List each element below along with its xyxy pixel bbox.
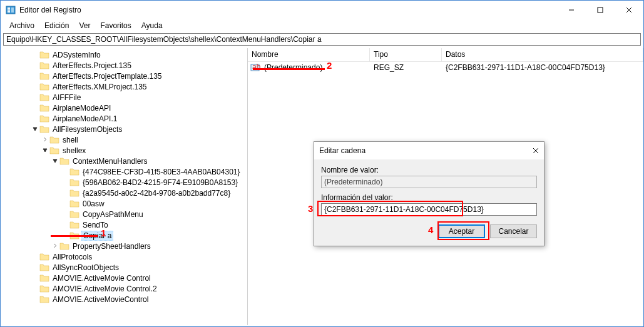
tree-item[interactable]: AMOVIE.ActiveMovie Control.2 (1, 283, 247, 294)
row-type: REG_SZ (370, 63, 442, 72)
annotation-1: 1 (101, 228, 106, 238)
tree-item[interactable]: {596AB062-B4D2-4215-9F74-E9109B0A8153} (1, 177, 247, 188)
tree-label: {a2a9545d-a0c2-42b4-9708-a0b2badd77c8} (81, 189, 232, 198)
dialog-close-icon[interactable] (520, 146, 539, 156)
menu-favoritos[interactable]: Favoritos (95, 20, 136, 31)
tree-label: AMOVIE.ActiveMovie Control (51, 274, 152, 283)
tree-label: {596AB062-B4D2-4215-9F74-E9109B0A8153} (81, 178, 239, 187)
tree-item[interactable]: ADSystemInfo (1, 49, 247, 60)
svg-text:ab: ab (252, 63, 260, 71)
tree-item[interactable]: SendTo (1, 219, 247, 230)
folder-icon (59, 242, 69, 251)
menu-ayuda[interactable]: Ayuda (136, 20, 168, 31)
tree-item[interactable]: {474C98EE-CF3D-41f5-80E3-4AAB0AB04301} (1, 166, 247, 177)
value-name-field (321, 176, 537, 188)
dialog-title: Editar cadena (319, 146, 520, 155)
tree-label: AfterEffects.Project.135 (51, 61, 133, 70)
folder-icon (59, 157, 69, 166)
string-value-icon: ab (250, 63, 260, 72)
close-button[interactable] (615, 1, 643, 19)
menubar: Archivo Edición Ver Favoritos Ayuda (1, 19, 643, 32)
expand-icon[interactable] (41, 136, 49, 144)
tree-item[interactable]: AfterEffects.ProjectTemplate.135 (1, 71, 247, 81)
folder-icon (69, 189, 79, 198)
col-data[interactable]: Datos (442, 48, 643, 61)
tree-item[interactable]: AirplaneModeAPI.1 (1, 113, 247, 124)
folder-icon (39, 104, 49, 113)
annotation-4: 4 (428, 224, 433, 235)
tree-item[interactable]: shellex (1, 145, 247, 156)
tree-item[interactable]: AfterEffects.Project.135 (1, 60, 247, 71)
tree-label: AMOVIE.ActiveMovie Control.2 (51, 284, 158, 293)
menu-edicion[interactable]: Edición (39, 20, 74, 31)
svg-rect-6 (598, 8, 603, 13)
titlebar: Editor del Registro (1, 1, 643, 19)
tree-item[interactable]: AMOVIE.ActiveMovie Control (1, 273, 247, 283)
expand-icon[interactable] (51, 243, 59, 250)
tree-item[interactable]: PropertySheetHandlers (1, 241, 247, 251)
menu-ver[interactable]: Ver (74, 20, 95, 31)
tree-item[interactable]: shell (1, 134, 247, 145)
folder-icon (49, 146, 59, 155)
tree-label: AIFFFile (51, 93, 82, 102)
maximize-button[interactable] (586, 1, 615, 19)
tree-item[interactable]: AllFilesystemObjects (1, 124, 247, 134)
tree-label: shellex (61, 146, 87, 155)
folder-icon (69, 210, 79, 219)
tree-item[interactable]: {a2a9545d-a0c2-42b4-9708-a0b2badd77c8} (1, 188, 247, 198)
tree-item[interactable]: ContextMenuHandlers (1, 156, 247, 166)
annotation-underline-1 (51, 235, 98, 237)
tree-item[interactable]: AirplaneModeAPI (1, 103, 247, 113)
folder-icon (39, 83, 49, 91)
folder-icon (69, 221, 79, 229)
menu-archivo[interactable]: Archivo (4, 20, 39, 31)
svg-rect-3 (8, 11, 10, 13)
tree-label: AfterEffects.ProjectTemplate.135 (51, 72, 163, 81)
list-row[interactable]: ab (Predeterminado) REG_SZ {C2FBB631-297… (248, 62, 643, 73)
folder-icon (39, 61, 49, 70)
tree-item[interactable]: Copiar a (1, 230, 247, 241)
folder-icon (69, 168, 79, 176)
folder-icon (39, 263, 49, 272)
annotation-box-4 (437, 221, 489, 240)
tree-label: AirplaneModeAPI (51, 104, 112, 113)
minimize-button[interactable] (557, 1, 586, 19)
tree-item[interactable]: CopyAsPathMenu (1, 209, 247, 219)
window-title: Editor del Registro (19, 6, 557, 14)
tree-label: AMOVIE.ActiveMovieControl (51, 295, 150, 304)
folder-icon (39, 295, 49, 304)
regedit-icon (6, 5, 16, 15)
tree-label: 00asw (81, 199, 106, 208)
folder-icon (39, 253, 49, 261)
expand-icon[interactable] (41, 147, 49, 154)
folder-icon (39, 274, 49, 283)
folder-icon (49, 136, 59, 144)
tree-item[interactable]: AfterEffects.XMLProject.135 (1, 81, 247, 92)
col-name[interactable]: Nombre (248, 48, 370, 61)
value-name-label: Nombre de valor: (321, 166, 537, 174)
tree-item[interactable]: AllSyncRootObjects (1, 262, 247, 273)
tree-item[interactable]: AIFFFile (1, 92, 247, 103)
tree-item[interactable]: 00asw (1, 198, 247, 209)
tree-pane[interactable]: ADSystemInfoAfterEffects.Project.135Afte… (1, 48, 248, 325)
folder-icon (39, 72, 49, 81)
row-data: {C2FBB631-2971-11D1-A18C-00C04FD75D13} (442, 63, 643, 72)
tree-label: CopyAsPathMenu (81, 210, 145, 219)
tree-label: PropertySheetHandlers (71, 242, 152, 251)
svg-rect-1 (8, 8, 10, 9)
col-type[interactable]: Tipo (370, 48, 442, 61)
address-bar[interactable]: Equipo\HKEY_CLASSES_ROOT\AllFilesystemOb… (3, 33, 641, 46)
expand-icon[interactable] (31, 126, 39, 133)
cancel-button[interactable]: Cancelar (490, 224, 537, 238)
folder-icon (69, 199, 79, 208)
expand-icon[interactable] (51, 158, 59, 165)
folder-icon (39, 93, 49, 102)
tree-label: shell (61, 136, 79, 144)
tree-label: AllProtocols (51, 253, 93, 261)
tree-item[interactable]: AllProtocols (1, 251, 247, 262)
annotation-box-3 (317, 201, 463, 216)
tree-label: AllFilesystemObjects (51, 125, 123, 134)
annotation-2: 2 (327, 60, 332, 71)
tree-label: ADSystemInfo (51, 51, 102, 59)
tree-item[interactable]: AMOVIE.ActiveMovieControl (1, 294, 247, 304)
